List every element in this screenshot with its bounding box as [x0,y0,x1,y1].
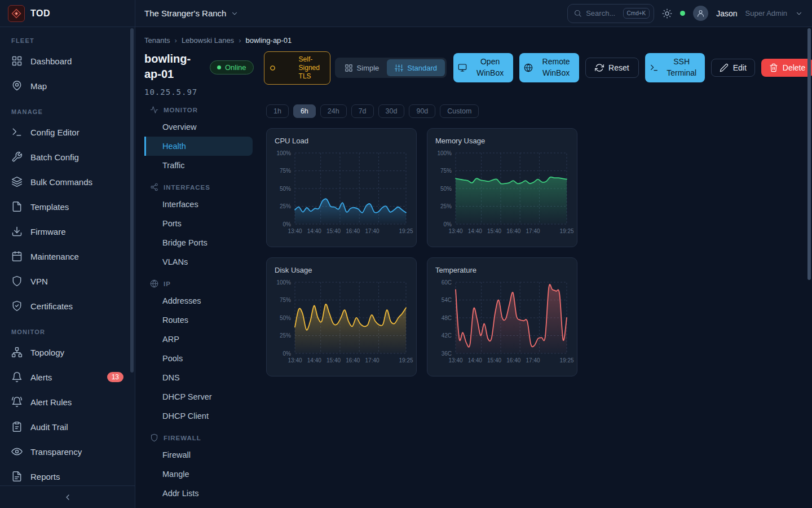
sidebar-item-batch-config[interactable]: Batch Config [0,144,135,169]
timerange-selector: 1h6h24h7d30d90dCustom [266,104,577,118]
subnav-item-mangle[interactable]: Mangle [144,465,253,484]
button-label: Edit [733,63,747,72]
svg-text:15:40: 15:40 [487,357,501,364]
timerange-24h[interactable]: 24h [320,104,347,118]
wrench-icon [11,151,23,163]
subnav-item-addr-lists[interactable]: Addr Lists [144,484,253,503]
svg-text:13:40: 13:40 [288,228,302,234]
sidebar-item-label: Firmware [30,227,66,237]
subnav-item-health[interactable]: Health [144,137,253,156]
svg-text:48C: 48C [442,315,452,321]
subnav-item-dhcp-server[interactable]: DHCP Server [144,387,253,406]
sidebar-item-maintenance[interactable]: Maintenance [0,244,135,269]
subnav-item-ports[interactable]: Ports [144,214,253,233]
status-badge: Online [210,60,254,75]
subnav-item-interfaces[interactable]: Interfaces [144,195,253,214]
timerange-7d[interactable]: 7d [351,104,374,118]
subnav-item-firewall[interactable]: Firewall [144,445,253,465]
svg-text:17:40: 17:40 [526,357,540,364]
sidebar-item-vpn[interactable]: VPN [0,269,135,294]
trash-icon [769,63,778,72]
delete-button[interactable]: Delete [761,59,812,77]
sidebar-item-map[interactable]: Map [0,73,135,98]
sidebar-item-label: Bulk Commands [30,177,92,187]
subnav-item-pools[interactable]: Pools [144,349,253,368]
sidebar-item-label: Topology [30,348,64,357]
svg-text:16:40: 16:40 [506,228,520,234]
sidebar-item-bulk-commands[interactable]: Bulk Commands [0,169,135,194]
sidebar-section-manage: MANAGE [0,98,135,120]
subnav-item-arp[interactable]: ARP [144,330,253,349]
sidebar-item-transparency[interactable]: Transparency [0,439,135,464]
sidebar-item-firmware[interactable]: Firmware [0,219,135,244]
subnav-item-traffic[interactable]: Traffic [144,156,253,175]
search-box[interactable]: Cmd+K [567,4,654,23]
view-toggle-standard[interactable]: Standard [387,59,445,76]
sidebar-item-templates[interactable]: Templates [0,194,135,219]
sidebar-item-audit-trail[interactable]: Audit Trail [0,414,135,439]
open-winbox-button[interactable]: Open WinBox [453,53,513,82]
svg-text:13:40: 13:40 [288,357,302,364]
svg-text:15:40: 15:40 [326,228,341,234]
timerange-6h[interactable]: 6h [293,104,316,118]
timerange-custom[interactable]: Custom [440,104,479,118]
eye-icon [11,446,23,457]
svg-text:13:40: 13:40 [448,228,462,234]
sidebar-item-alerts[interactable]: Alerts13 [0,365,135,389]
edit-button[interactable]: Edit [711,59,755,77]
svg-text:16:40: 16:40 [346,357,360,364]
tenant-selector[interactable]: The Stranger's Ranch [144,8,239,18]
svg-text:50%: 50% [280,315,291,321]
refresh-icon [595,63,604,72]
search-shortcut: Cmd+K [623,8,650,19]
device-subnav: MONITOROverviewHealthTrafficINTERFACESIn… [144,104,253,508]
chart-title: Temperature [435,266,569,274]
subnav-item-routes[interactable]: Routes [144,310,253,330]
globe-icon [524,63,533,72]
chart-card-temperature: Temperature60C54C48C42C36C13:4014:4015:4… [427,257,577,376]
sidebar-item-label: Certificates [30,301,73,311]
report-icon [11,471,23,482]
ssh-terminal-button[interactable]: SSH Terminal [645,53,705,82]
svg-text:14:40: 14:40 [468,357,482,364]
view-toggle-label: Simple [357,64,379,72]
chart-plot: 100%75%50%25%0%13:4014:4015:4016:4017:40… [275,148,409,240]
sidebar-item-config-editor[interactable]: Config Editor [0,120,135,144]
breadcrumb-item-tenants[interactable]: Tenants [144,36,170,45]
sidebar-item-label: Config Editor [30,128,80,137]
theme-toggle-sun-icon[interactable] [662,8,672,19]
subnav-item-vlans[interactable]: VLANs [144,252,253,271]
search-input[interactable] [586,9,619,17]
download-icon [11,226,23,237]
subnav-section-label: IP [164,281,171,287]
sidebar-item-label: Alert Rules [30,397,72,407]
breadcrumb-separator: › [175,36,177,45]
reset-button[interactable]: Reset [585,58,639,78]
sidebar-item-label: Templates [30,202,69,212]
subnav-item-dhcp-client[interactable]: DHCP Client [144,406,253,426]
breadcrumb-item-lebowski-lanes[interactable]: Lebowski Lanes [182,36,234,45]
alerts-count-badge: 13 [107,372,123,382]
subnav-item-bridge-ports[interactable]: Bridge Ports [144,233,253,252]
sidebar-item-alert-rules[interactable]: Alert Rules [0,389,135,414]
subnav-section-ip: IP [144,271,253,291]
subnav-item-overview[interactable]: Overview [144,117,253,137]
sidebar-scrollbar[interactable] [130,28,134,373]
subnav-item-dns[interactable]: DNS [144,368,253,387]
timerange-30d[interactable]: 30d [378,104,405,118]
sidebar-item-dashboard[interactable]: Dashboard [0,49,135,73]
user-menu-chevron-icon[interactable] [795,10,803,17]
avatar[interactable] [693,6,708,21]
subnav-item-addresses[interactable]: Addresses [144,291,253,310]
remote-winbox-button[interactable]: Remote WinBox [519,53,579,82]
svg-text:19:25: 19:25 [559,228,573,234]
sidebar-collapse-button[interactable] [0,485,135,508]
view-toggle-simple[interactable]: Simple [337,59,387,76]
timerange-1h[interactable]: 1h [266,104,289,118]
window-scrollbar[interactable] [807,28,811,280]
main-content: Tenants›Lebowski Lanes›bowling-ap-01 bow… [135,27,812,508]
sidebar-item-topology[interactable]: Topology [0,340,135,365]
sidebar-item-certificates[interactable]: Certificates [0,294,135,318]
subnav-item-conntrack[interactable]: ConnTrack [144,503,253,508]
timerange-90d[interactable]: 90d [409,104,435,118]
